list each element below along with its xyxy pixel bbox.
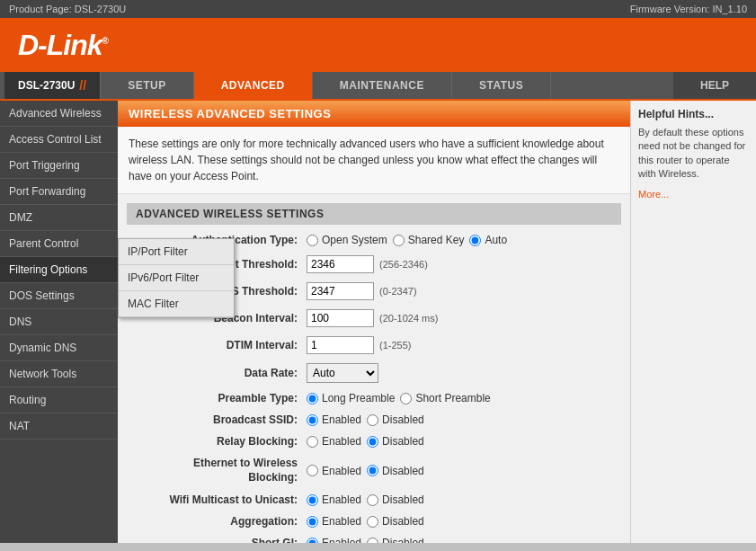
- sidebar-item-network-tools[interactable]: Network Tools: [0, 361, 118, 387]
- dtim-row: DTIM Interval: 1 (1-255): [127, 334, 621, 356]
- shortgi-enabled-option[interactable]: Enabled: [307, 537, 361, 543]
- help-panel: Helpful Hints... By default these option…: [630, 101, 756, 543]
- datarate-select[interactable]: Auto 1 2 5.5 11: [307, 363, 378, 383]
- dropdown-ipv6-port-filter[interactable]: IPv6/Port Filter: [119, 265, 234, 291]
- beacon-input[interactable]: 100: [307, 309, 374, 327]
- broadcast-disabled-radio[interactable]: [367, 414, 378, 426]
- agg-disabled-option[interactable]: Disabled: [367, 515, 424, 528]
- header: D-Link®: [0, 18, 756, 72]
- sidebar-item-dynamic-dns[interactable]: Dynamic DNS: [0, 335, 118, 361]
- sidebar-item-dns[interactable]: DNS: [0, 309, 118, 335]
- dtim-label: DTIM Interval:: [127, 339, 307, 351]
- auth-shared-option[interactable]: Shared Key: [393, 234, 465, 246]
- agg-disabled-radio[interactable]: [367, 516, 378, 528]
- eth-enabled-option[interactable]: Enabled: [307, 465, 361, 477]
- rts-input[interactable]: 2347: [307, 282, 374, 300]
- auth-open-option[interactable]: Open System: [307, 234, 387, 246]
- auth-open-label: Open System: [322, 234, 387, 246]
- eth-disabled-radio[interactable]: [367, 465, 378, 476]
- eth-disabled-option[interactable]: Disabled: [367, 465, 424, 477]
- dtim-control: 1 (1-255): [307, 336, 411, 354]
- dropdown-ip-port-filter[interactable]: IP/Port Filter: [119, 239, 234, 265]
- sidebar-item-advanced-wireless[interactable]: Advanced Wireless: [0, 101, 118, 127]
- preamble-long-radio[interactable]: [307, 393, 318, 404]
- datarate-row: Data Rate: Auto 1 2 5.5 11: [127, 361, 621, 385]
- logo-text: D-Link®: [18, 29, 108, 61]
- page-title: WIRELESS ADVANCED SETTINGS: [118, 101, 630, 127]
- broadcast-enabled-radio[interactable]: [307, 414, 318, 426]
- tab-status[interactable]: STATUS: [452, 72, 551, 99]
- broadcast-disabled-option[interactable]: Disabled: [367, 413, 424, 426]
- tab-maintenance[interactable]: MAINTENANCE: [313, 72, 452, 99]
- preamble-long-label: Long Preamble: [322, 392, 395, 404]
- dtim-input[interactable]: 1: [307, 336, 374, 354]
- wifi-enabled-option[interactable]: Enabled: [307, 493, 361, 506]
- auth-auto-radio[interactable]: [469, 235, 481, 246]
- preamble-label: Preamble Type:: [127, 392, 307, 404]
- help-title: Helpful Hints...: [638, 108, 749, 120]
- wifi-disabled-label: Disabled: [382, 493, 424, 506]
- tab-help[interactable]: HELP: [673, 72, 756, 99]
- slashes: //: [79, 78, 86, 93]
- broadcast-row: Broadcast SSID: Enabled Disabled: [127, 412, 621, 428]
- tab-advanced[interactable]: ADVANCED: [194, 72, 313, 99]
- eth-blocking-control: Enabled Disabled: [307, 465, 424, 477]
- preamble-control: Long Preamble Short Preamble: [307, 392, 491, 404]
- preamble-short-radio[interactable]: [400, 393, 412, 404]
- rts-hint: (0-2347): [379, 286, 417, 297]
- preamble-short-option[interactable]: Short Preamble: [400, 392, 490, 404]
- wifi-disabled-radio[interactable]: [367, 494, 378, 506]
- dtim-hint: (1-255): [379, 340, 411, 351]
- agg-enabled-label: Enabled: [322, 515, 361, 528]
- auth-open-radio[interactable]: [307, 235, 318, 246]
- preamble-short-label: Short Preamble: [415, 392, 490, 404]
- nav-tabs: DSL-2730U // SETUP ADVANCED MAINTENANCE …: [0, 72, 756, 101]
- wifi-disabled-option[interactable]: Disabled: [367, 493, 424, 506]
- sidebar-item-port-forwarding[interactable]: Port Forwarding: [0, 179, 118, 205]
- relay-disabled-label: Disabled: [382, 435, 424, 448]
- sidebar-item-access-control-list[interactable]: Access Control List: [0, 127, 118, 153]
- broadcast-enabled-option[interactable]: Enabled: [307, 413, 361, 426]
- logo-tm: ®: [102, 36, 108, 46]
- aggregation-row: Aggregation: Enabled Disabled: [127, 513, 621, 529]
- sidebar-item-dos-settings[interactable]: DOS Settings: [0, 283, 118, 309]
- help-more-link[interactable]: More...: [638, 189, 749, 200]
- relay-enabled-label: Enabled: [322, 435, 361, 448]
- shortgi-label: Short GI:: [127, 537, 307, 543]
- relay-disabled-option[interactable]: Disabled: [367, 435, 424, 448]
- relay-enabled-radio[interactable]: [307, 436, 318, 448]
- sidebar-item-parent-control[interactable]: Parent Control: [0, 231, 118, 257]
- shortgi-control: Enabled Disabled: [307, 537, 424, 543]
- eth-enabled-radio[interactable]: [307, 465, 318, 476]
- eth-blocking-row: Ethernet to Wireless Blocking: Enabled D…: [127, 455, 621, 486]
- preamble-row: Preamble Type: Long Preamble Short Pream…: [127, 390, 621, 406]
- relay-disabled-radio[interactable]: [367, 436, 378, 448]
- auth-shared-radio[interactable]: [393, 235, 405, 246]
- agg-enabled-option[interactable]: Enabled: [307, 515, 361, 528]
- description-text: These settings are only for more technic…: [118, 127, 630, 194]
- brand-tab: DSL-2730U //: [4, 72, 101, 99]
- shortgi-disabled-radio[interactable]: [367, 538, 378, 543]
- sidebar-item-filtering-options[interactable]: Filtering Options: [0, 257, 118, 283]
- relay-row: Relay Blocking: Enabled Disabled: [127, 433, 621, 449]
- shortgi-enabled-radio[interactable]: [307, 538, 318, 543]
- sidebar-item-dmz[interactable]: DMZ: [0, 205, 118, 231]
- sidebar-item-nat[interactable]: NAT: [0, 413, 118, 440]
- relay-enabled-option[interactable]: Enabled: [307, 435, 361, 448]
- content: WIRELESS ADVANCED SETTINGS These setting…: [118, 101, 630, 543]
- wifi-multicast-label: Wifi Multicast to Unicast:: [127, 493, 307, 506]
- sidebar-item-routing[interactable]: Routing: [0, 387, 118, 413]
- sidebar-item-port-triggering[interactable]: Port Triggering: [0, 153, 118, 179]
- filtering-dropdown: IP/Port Filter IPv6/Port Filter MAC Filt…: [118, 238, 235, 318]
- tab-setup[interactable]: SETUP: [101, 72, 194, 99]
- shortgi-disabled-option[interactable]: Disabled: [367, 537, 424, 543]
- relay-control: Enabled Disabled: [307, 435, 424, 448]
- help-text: By default these options need not be cha…: [638, 126, 749, 182]
- wifi-enabled-radio[interactable]: [307, 494, 318, 506]
- dropdown-mac-filter[interactable]: MAC Filter: [119, 291, 234, 317]
- broadcast-disabled-label: Disabled: [382, 413, 424, 426]
- auth-auto-option[interactable]: Auto: [469, 234, 507, 246]
- fragment-input[interactable]: 2346: [307, 255, 374, 273]
- preamble-long-option[interactable]: Long Preamble: [307, 392, 395, 404]
- agg-enabled-radio[interactable]: [307, 516, 318, 528]
